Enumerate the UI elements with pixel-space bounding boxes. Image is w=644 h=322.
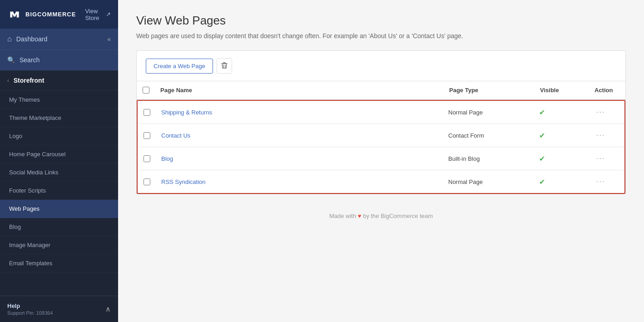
row2-page-type: Contact Form (443, 132, 534, 139)
delete-button[interactable] (217, 58, 232, 74)
sidebar-item-theme-marketplace[interactable]: Theme Marketplace (0, 109, 118, 127)
sidebar-item-email-templates[interactable]: Email Templates (0, 254, 118, 272)
header-page-name: Page Name (155, 87, 444, 94)
logo-label: Logo (9, 133, 22, 139)
collapse-icon: « (107, 35, 111, 43)
footer-credit: Made with ♥ by the BigCommerce team (136, 213, 626, 219)
highlighted-rows-container: Shipping & Returns Normal Page ✔ ··· Con… (137, 100, 625, 194)
brand-label: BIGCOMMERCE (25, 11, 76, 18)
select-all-checkbox[interactable] (143, 87, 149, 94)
row4-action: ··· (588, 177, 624, 187)
blog-link[interactable]: Blog (161, 155, 173, 162)
trash-icon (221, 62, 228, 70)
dashboard-icon: ⌂ (7, 35, 12, 43)
sidebar-item-footer-scripts[interactable]: Footer Scripts (0, 182, 118, 200)
dashboard-label: Dashboard (16, 35, 48, 43)
sidebar-item-my-themes[interactable]: My Themes (0, 91, 118, 109)
sidebar-item-logo[interactable]: Logo (0, 127, 118, 145)
row3-page-type: Built-in Blog (443, 155, 534, 162)
row3-checkbox[interactable] (144, 155, 150, 162)
visible-checkmark-icon: ✔ (539, 109, 545, 116)
web-pages-label: Web Pages (9, 205, 40, 212)
row3-action: ··· (588, 154, 624, 163)
sidebar-header: BIGCOMMERCE View Store ↗ (0, 0, 118, 29)
sidebar-item-web-pages[interactable]: Web Pages (0, 200, 118, 218)
row2-checkbox-cell (138, 132, 156, 139)
sidebar-item-image-manager[interactable]: Image Manager (0, 236, 118, 254)
row2-page-name: Contact Us (156, 132, 443, 139)
page-title: View Web Pages (136, 14, 626, 28)
sidebar-item-dashboard[interactable]: ⌂ Dashboard « (0, 29, 118, 50)
page-description: Web pages are used to display content th… (136, 32, 626, 40)
header-checkbox-cell (137, 87, 155, 94)
social-media-links-label: Social Media Links (9, 169, 58, 176)
row1-checkbox-cell (138, 109, 156, 116)
view-store-link[interactable]: View Store ↗ (85, 8, 111, 21)
search-icon: 🔍 (7, 56, 15, 64)
bigcommerce-logo (7, 7, 22, 22)
row4-action-button[interactable]: ··· (594, 177, 608, 187)
row4-page-name: RSS Syndication (156, 178, 443, 185)
main-content: View Web Pages Web pages are used to dis… (118, 0, 644, 322)
row1-action-button[interactable]: ··· (594, 107, 608, 117)
row2-action: ··· (588, 130, 624, 140)
blog-label: Blog (9, 223, 21, 230)
visible-checkmark-icon: ✔ (539, 178, 545, 186)
support-pin: Support Pin: 109364 (7, 310, 53, 316)
sidebar-item-home-page-carousel[interactable]: Home Page Carousel (0, 145, 118, 163)
sidebar-item-social-media-links[interactable]: Social Media Links (0, 163, 118, 182)
header-visible: Visible (535, 87, 589, 94)
row4-checkbox-cell (138, 178, 156, 185)
visible-checkmark-icon: ✔ (539, 155, 545, 163)
row3-action-button[interactable]: ··· (594, 154, 608, 163)
storefront-header[interactable]: ‹ Storefront (0, 70, 118, 91)
table-row: RSS Syndication Normal Page ✔ ··· (138, 170, 624, 193)
image-manager-label: Image Manager (9, 242, 50, 248)
sidebar-nav-top: ⌂ Dashboard « 🔍 Search (0, 29, 118, 70)
contact-us-link[interactable]: Contact Us (161, 132, 190, 139)
web-pages-table: Page Name Page Type Visible Action Shipp… (136, 81, 626, 194)
help-label: Help (7, 302, 53, 309)
shipping-returns-link[interactable]: Shipping & Returns (161, 109, 212, 116)
row2-visible: ✔ (534, 131, 588, 140)
row4-checkbox[interactable] (144, 178, 150, 185)
header-page-type: Page Type (444, 87, 535, 94)
sidebar-item-search[interactable]: 🔍 Search (0, 50, 118, 70)
table-header-row: Page Name Page Type Visible Action (137, 81, 625, 100)
email-templates-label: Email Templates (9, 260, 52, 267)
view-store-label: View Store (85, 8, 104, 21)
row4-visible: ✔ (534, 178, 588, 186)
table-row: Blog Built-in Blog ✔ ··· (138, 147, 624, 170)
rss-syndication-link[interactable]: RSS Syndication (161, 178, 206, 185)
sidebar: BIGCOMMERCE View Store ↗ ⌂ Dashboard « 🔍… (0, 0, 118, 322)
sidebar-dark-section: ‹ Storefront My Themes Theme Marketplace… (0, 70, 118, 296)
row3-checkbox-cell (138, 155, 156, 162)
footer-scripts-label: Footer Scripts (9, 187, 46, 194)
row1-checkbox[interactable] (144, 109, 150, 116)
external-link-icon: ↗ (106, 11, 111, 18)
footer-credit-after: by the BigCommerce team (363, 213, 433, 219)
visible-checkmark-icon: ✔ (539, 132, 545, 139)
sidebar-item-blog[interactable]: Blog (0, 218, 118, 236)
storefront-label: Storefront (14, 77, 45, 84)
search-label: Search (20, 56, 40, 64)
sidebar-footer: Help Support Pin: 109364 ∧ (0, 296, 118, 322)
footer-credit-before: Made with (329, 213, 356, 219)
header-action: Action (589, 87, 625, 94)
home-page-carousel-label: Home Page Carousel (9, 151, 65, 158)
sidebar-footer-chevron-icon[interactable]: ∧ (105, 305, 111, 313)
heart-icon: ♥ (358, 213, 362, 219)
row2-action-button[interactable]: ··· (594, 130, 608, 140)
storefront-chevron-icon: ‹ (7, 78, 9, 83)
toolbar: Create a Web Page (136, 50, 626, 81)
row4-page-type: Normal Page (443, 178, 534, 185)
row1-action: ··· (588, 107, 624, 117)
row3-visible: ✔ (534, 154, 588, 163)
row1-visible: ✔ (534, 108, 588, 117)
row3-page-name: Blog (156, 155, 443, 162)
create-web-page-button[interactable]: Create a Web Page (146, 59, 213, 74)
row1-page-type: Normal Page (443, 109, 534, 116)
theme-marketplace-label: Theme Marketplace (9, 114, 61, 121)
logo-area: BIGCOMMERCE (7, 7, 76, 22)
row2-checkbox[interactable] (144, 132, 150, 139)
